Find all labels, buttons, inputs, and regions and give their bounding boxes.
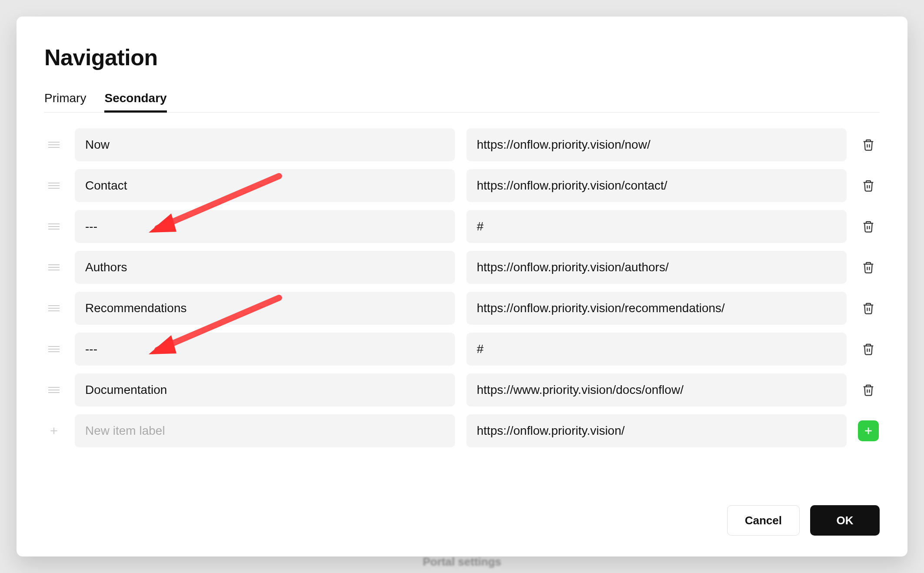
plus-icon — [863, 425, 874, 436]
url-input[interactable] — [466, 128, 847, 161]
url-input[interactable] — [466, 373, 847, 406]
tab-primary[interactable]: Primary — [44, 91, 86, 112]
drag-handle-icon[interactable] — [44, 305, 63, 311]
tab-secondary[interactable]: Secondary — [104, 91, 166, 112]
url-input[interactable] — [466, 169, 847, 202]
trash-icon — [862, 383, 875, 396]
drag-handle-icon[interactable] — [44, 183, 63, 189]
cancel-button[interactable]: Cancel — [727, 505, 800, 536]
drag-handle-icon[interactable] — [44, 223, 63, 230]
delete-button[interactable] — [858, 175, 879, 196]
drag-handle-icon[interactable] — [44, 387, 63, 393]
nav-rows — [44, 128, 880, 447]
url-input[interactable] — [466, 210, 847, 243]
delete-button[interactable] — [858, 134, 879, 155]
delete-button[interactable] — [858, 257, 879, 278]
new-url-input[interactable] — [466, 414, 847, 447]
nav-row — [44, 210, 880, 243]
drag-handle-icon[interactable] — [44, 142, 63, 148]
label-input[interactable] — [75, 251, 455, 284]
trash-icon — [862, 138, 875, 151]
drag-handle-icon[interactable] — [44, 346, 63, 352]
trash-icon — [862, 261, 875, 274]
trash-icon — [862, 220, 875, 233]
delete-button[interactable] — [858, 339, 879, 360]
nav-row — [44, 128, 880, 161]
nav-row — [44, 373, 880, 406]
ok-button[interactable]: OK — [810, 505, 880, 536]
modal-footer: Cancel OK — [44, 488, 880, 536]
trash-icon — [862, 343, 875, 356]
label-input[interactable] — [75, 169, 455, 202]
nav-row — [44, 169, 880, 202]
nav-row-new — [44, 414, 880, 447]
url-input[interactable] — [466, 251, 847, 284]
nav-row — [44, 292, 880, 325]
modal-title: Navigation — [44, 44, 880, 70]
navigation-modal: Navigation Primary Secondary — [17, 17, 907, 556]
url-input[interactable] — [466, 333, 847, 366]
nav-row — [44, 333, 880, 366]
trash-icon — [862, 179, 875, 192]
delete-button[interactable] — [858, 298, 879, 319]
label-input[interactable] — [75, 333, 455, 366]
tabs: Primary Secondary — [44, 91, 880, 113]
nav-row — [44, 251, 880, 284]
drag-handle-icon[interactable] — [44, 264, 63, 270]
trash-icon — [862, 302, 875, 315]
add-button[interactable] — [858, 420, 879, 441]
label-input[interactable] — [75, 128, 455, 161]
label-input[interactable] — [75, 210, 455, 243]
new-label-input[interactable] — [75, 414, 455, 447]
label-input[interactable] — [75, 373, 455, 406]
delete-button[interactable] — [858, 216, 879, 237]
plus-handle-icon — [44, 425, 63, 436]
url-input[interactable] — [466, 292, 847, 325]
label-input[interactable] — [75, 292, 455, 325]
backdrop-text: Portal settings — [423, 555, 502, 569]
delete-button[interactable] — [858, 380, 879, 400]
